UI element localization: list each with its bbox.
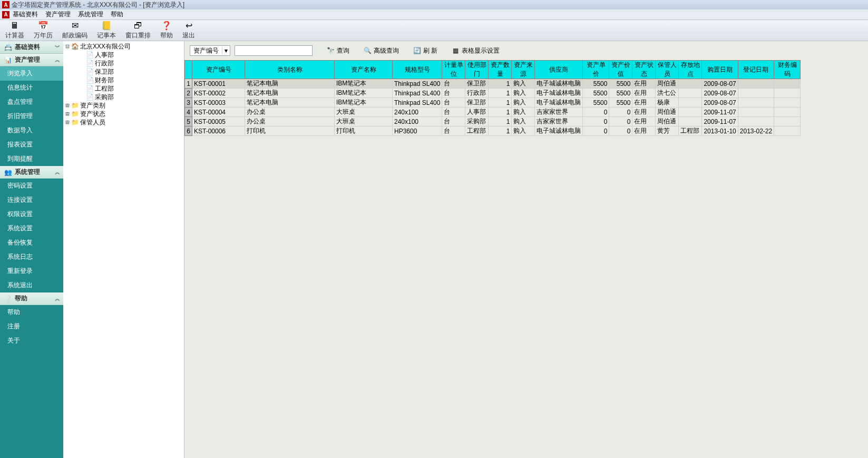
data-grid[interactable]: 资产编号类别名称资产名称规格型号计量单位使用部门资产数量资产来源供应商资产单价资… bbox=[184, 60, 868, 458]
col-购置日期[interactable]: 购置日期 bbox=[702, 61, 738, 79]
sidebar-item-权限设置[interactable]: 权限设置 bbox=[0, 207, 63, 221]
cell: HP3600 bbox=[393, 126, 442, 136]
sidebar-item-连接设置[interactable]: 连接设置 bbox=[0, 193, 63, 207]
toolbar-帮助[interactable]: ❓帮助 bbox=[160, 21, 173, 40]
tree-资产状态[interactable]: ⊞📁资产状态 bbox=[64, 110, 183, 118]
sidebar: 📇基础资料︾📊资产管理︽浏览录入信息统计盘点管理折旧管理数据导入报表设置到期提醒… bbox=[0, 41, 63, 458]
advanced-query-button[interactable]: 🔍 高级查询 bbox=[363, 46, 399, 55]
query-button[interactable]: 🔭 查询 bbox=[326, 46, 349, 55]
search-field-combo[interactable]: 资产编号 ▾ bbox=[190, 45, 230, 56]
col-资产数量[interactable]: 资产数量 bbox=[489, 61, 512, 79]
toolbar-窗口重排[interactable]: 🗗窗口重排 bbox=[125, 21, 151, 40]
table-row[interactable]: 2KST-00002笔记本电脑IBM笔记本Thinkpad SL400台行政部1… bbox=[185, 89, 801, 98]
col-资产价值[interactable]: 资产价值 bbox=[609, 61, 632, 79]
sidebar-group-系统管理[interactable]: 👥系统管理︽ bbox=[0, 166, 63, 179]
menu-帮助[interactable]: 帮助 bbox=[111, 11, 123, 18]
sidebar-group-资产管理[interactable]: 📊资产管理︽ bbox=[0, 54, 63, 66]
column-settings-button[interactable]: ▦ 表格显示设置 bbox=[451, 46, 500, 55]
col-计量单位[interactable]: 计量单位 bbox=[442, 61, 465, 79]
sidebar-item-备份恢复[interactable]: 备份恢复 bbox=[0, 236, 63, 250]
toolbar-label: 万年历 bbox=[34, 31, 53, 40]
cell bbox=[774, 108, 801, 117]
col-供应商[interactable]: 供应商 bbox=[535, 61, 583, 79]
tree-label: 采购部 bbox=[95, 93, 114, 102]
col-财务编码[interactable]: 财务编码 bbox=[774, 61, 801, 79]
sidebar-item-帮助[interactable]: 帮助 bbox=[0, 305, 63, 319]
col-存放地点[interactable]: 存放地点 bbox=[679, 61, 702, 79]
tree-dept-财务部[interactable]: 📄财务部 bbox=[64, 76, 183, 84]
cell: 5500 bbox=[609, 79, 632, 89]
refresh-button[interactable]: 🔄 刷 新 bbox=[413, 46, 437, 55]
sidebar-item-报表设置[interactable]: 报表设置 bbox=[0, 138, 63, 152]
cell bbox=[679, 108, 702, 117]
sidebar-item-注册[interactable]: 注册 bbox=[0, 319, 63, 334]
table-row[interactable]: 1KST-00001笔记本电脑IBM笔记本Thinkpad SL400台保卫部1… bbox=[185, 79, 801, 89]
tree-dept-保卫部[interactable]: 📄保卫部 bbox=[64, 67, 183, 76]
col-保管人员[interactable]: 保管人员 bbox=[656, 61, 679, 79]
chevron-icon: ︾ bbox=[55, 44, 60, 51]
col-使用部门[interactable]: 使用部门 bbox=[465, 61, 489, 79]
toolbar-记事本[interactable]: 📒记事本 bbox=[97, 21, 116, 40]
menu-资产管理[interactable]: 资产管理 bbox=[45, 11, 71, 18]
sidebar-item-信息统计[interactable]: 信息统计 bbox=[0, 81, 63, 95]
sidebar-item-盘点管理[interactable]: 盘点管理 bbox=[0, 95, 63, 109]
grid-icon: ▦ bbox=[451, 46, 460, 55]
toolbar-label: 邮政编码 bbox=[62, 31, 87, 40]
sidebar-item-系统退出[interactable]: 系统退出 bbox=[0, 278, 63, 293]
search-input[interactable] bbox=[235, 45, 313, 56]
tree-expander[interactable]: ⊞ bbox=[64, 119, 71, 126]
refresh-icon: 🔄 bbox=[413, 46, 421, 55]
cell: 1 bbox=[489, 79, 512, 89]
tree-保管人员[interactable]: ⊞📁保管人员 bbox=[64, 118, 183, 126]
tree-dept-工程部[interactable]: 📄工程部 bbox=[64, 84, 183, 93]
cell: 240x100 bbox=[393, 108, 442, 117]
tree-expander[interactable]: ⊟ bbox=[64, 43, 71, 50]
row-header-corner bbox=[185, 61, 192, 79]
toolbar-label: 退出 bbox=[182, 31, 195, 40]
sidebar-item-浏览录入[interactable]: 浏览录入 bbox=[0, 66, 63, 81]
sidebar-item-密码设置[interactable]: 密码设置 bbox=[0, 179, 63, 193]
col-资产名称[interactable]: 资产名称 bbox=[335, 61, 393, 79]
sidebar-item-关于[interactable]: 关于 bbox=[0, 334, 63, 348]
col-资产状态[interactable]: 资产状态 bbox=[632, 61, 656, 79]
table-row[interactable]: 6KST-00006打印机打印机HP3600台工程部1购入电子城诚林电脑00在用… bbox=[185, 126, 801, 136]
tree-dept-人事部[interactable]: 📄人事部 bbox=[64, 51, 183, 59]
sidebar-item-系统日志[interactable]: 系统日志 bbox=[0, 250, 63, 264]
toolbar-邮政编码[interactable]: ✉邮政编码 bbox=[62, 21, 87, 40]
cell: 5500 bbox=[583, 98, 609, 108]
tree-expander[interactable]: ⊞ bbox=[64, 110, 71, 118]
toolbar-万年历[interactable]: 📅万年历 bbox=[34, 21, 53, 40]
row-number: 2 bbox=[185, 89, 192, 98]
tree-expander[interactable]: ⊞ bbox=[64, 102, 71, 109]
table-row[interactable]: 4KST-00004办公桌大班桌240x100台人事部1购入吉家家世界00在用周… bbox=[185, 108, 801, 117]
sidebar-item-系统设置[interactable]: 系统设置 bbox=[0, 221, 63, 236]
tree-资产类别[interactable]: ⊞📁资产类别 bbox=[64, 101, 183, 110]
cell: 人事部 bbox=[465, 108, 489, 117]
menu-基础资料[interactable]: 基础资料 bbox=[13, 11, 38, 18]
toolbar-计算器[interactable]: 🖩计算器 bbox=[5, 21, 24, 40]
tree-root[interactable]: ⊟🏠北京XXX有限公司 bbox=[64, 42, 183, 51]
col-资产编号[interactable]: 资产编号 bbox=[192, 61, 245, 79]
cell: 0 bbox=[583, 126, 609, 136]
col-资产来源[interactable]: 资产来源 bbox=[512, 61, 535, 79]
toolbar-退出[interactable]: ↩退出 bbox=[182, 21, 195, 40]
col-登记日期[interactable]: 登记日期 bbox=[738, 61, 774, 79]
万年历-icon: 📅 bbox=[38, 21, 48, 31]
sidebar-item-到期提醒[interactable]: 到期提醒 bbox=[0, 152, 63, 166]
tree-dept-采购部[interactable]: 📄采购部 bbox=[64, 93, 183, 101]
col-资产单价[interactable]: 资产单价 bbox=[583, 61, 609, 79]
chevron-icon: ︽ bbox=[55, 56, 60, 64]
col-规格型号[interactable]: 规格型号 bbox=[393, 61, 442, 79]
sidebar-group-基础资料[interactable]: 📇基础资料︾ bbox=[0, 41, 63, 54]
col-类别名称[interactable]: 类别名称 bbox=[245, 61, 335, 79]
sidebar-item-重新登录[interactable]: 重新登录 bbox=[0, 264, 63, 278]
cell bbox=[774, 126, 801, 136]
table-row[interactable]: 5KST-00005办公桌大班桌240x100台采购部1购入吉家家世界00在用周… bbox=[185, 117, 801, 126]
menu-系统管理[interactable]: 系统管理 bbox=[78, 11, 103, 18]
cell: 0 bbox=[609, 126, 632, 136]
tree-dept-行政部[interactable]: 📄行政部 bbox=[64, 59, 183, 67]
sidebar-item-数据导入[interactable]: 数据导入 bbox=[0, 123, 63, 138]
table-row[interactable]: 3KST-00003笔记本电脑IBM笔记本Thinkpad SL400台保卫部1… bbox=[185, 98, 801, 108]
sidebar-group-帮助[interactable]: ❔帮助︽ bbox=[0, 293, 63, 305]
sidebar-item-折旧管理[interactable]: 折旧管理 bbox=[0, 109, 63, 123]
